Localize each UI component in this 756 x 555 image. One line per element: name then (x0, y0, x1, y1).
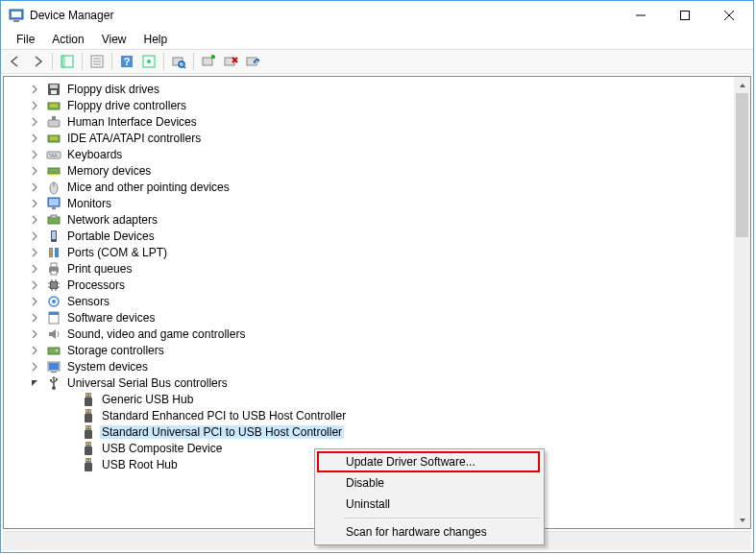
svg-rect-89 (86, 394, 87, 396)
tree-category[interactable]: Processors (4, 277, 734, 293)
svg-rect-93 (86, 410, 87, 412)
tree-category[interactable]: Floppy drive controllers (4, 97, 734, 113)
vertical-scrollbar[interactable] (734, 77, 750, 528)
expand-icon[interactable] (29, 296, 40, 307)
close-button[interactable] (707, 1, 751, 30)
spacer (63, 459, 75, 471)
svg-rect-105 (86, 459, 87, 461)
svg-rect-50 (49, 199, 59, 205)
expand-icon[interactable] (29, 116, 40, 128)
menu-view[interactable]: View (94, 31, 134, 48)
collapse-icon[interactable] (29, 377, 40, 389)
minimize-button[interactable] (619, 1, 663, 30)
properties-button[interactable] (86, 51, 108, 72)
tree-device[interactable]: Generic USB Hub (4, 391, 734, 407)
tree-category[interactable]: System devices (4, 358, 734, 374)
svg-point-59 (50, 252, 52, 253)
category-label: Sound, video and game controllers (65, 327, 247, 341)
expand-icon[interactable] (29, 263, 40, 275)
category-label: Monitors (65, 197, 113, 210)
svg-rect-55 (52, 231, 56, 239)
category-icon (46, 147, 61, 162)
scan-hardware-button[interactable] (168, 51, 189, 72)
svg-rect-8 (61, 56, 65, 67)
tree-category[interactable]: Sensors (4, 293, 734, 309)
tree-device[interactable]: Standard Universal PCI to USB Host Contr… (4, 423, 734, 440)
expand-icon[interactable] (29, 133, 40, 144)
ctx-disable[interactable]: Disable (317, 472, 542, 494)
app-icon (9, 8, 24, 23)
expand-icon[interactable] (29, 84, 40, 95)
svg-rect-95 (85, 425, 91, 430)
tree-category[interactable]: Software devices (4, 309, 734, 326)
category-icon (46, 359, 61, 374)
scroll-thumb[interactable] (736, 93, 748, 237)
help-button[interactable]: ? (116, 51, 137, 72)
tree-category[interactable]: Ports (COM & LPT) (4, 244, 734, 260)
category-icon (46, 131, 61, 146)
tree-category[interactable]: Network adapters (4, 211, 734, 228)
ctx-scan[interactable]: Scan for hardware changes (317, 521, 542, 543)
ctx-separator (344, 518, 540, 519)
category-icon (46, 163, 61, 179)
expand-icon[interactable] (29, 361, 40, 373)
maximize-button[interactable] (663, 1, 707, 30)
uninstall-button[interactable] (220, 51, 241, 72)
tree-category[interactable]: Memory devices (4, 162, 734, 179)
ctx-update-driver[interactable]: Update Driver Software... (317, 451, 542, 472)
expand-icon[interactable] (29, 312, 40, 324)
expand-icon[interactable] (29, 181, 40, 193)
tree-category[interactable]: Portable Devices (4, 228, 734, 244)
usb-device-icon (81, 408, 96, 423)
expand-icon[interactable] (29, 279, 40, 291)
expand-icon[interactable] (29, 198, 40, 209)
expand-icon[interactable] (29, 230, 40, 242)
action-button[interactable] (138, 51, 159, 72)
scroll-up-arrow[interactable] (734, 77, 750, 93)
svg-rect-27 (51, 90, 57, 94)
menu-help[interactable]: Help (136, 31, 176, 48)
expand-icon[interactable] (29, 165, 40, 177)
tree-category[interactable]: Monitors (4, 195, 734, 211)
tree-category[interactable]: Floppy disk drives (4, 81, 734, 97)
tree-category[interactable]: Storage controllers (4, 342, 734, 358)
tree-category[interactable]: Keyboards (4, 146, 734, 162)
back-button[interactable] (5, 51, 26, 72)
update-driver-button[interactable] (198, 51, 219, 72)
tree-category[interactable]: Sound, video and game controllers (4, 326, 734, 342)
svg-rect-20 (203, 58, 212, 65)
tree-category[interactable]: Print queues (4, 260, 734, 277)
expand-icon[interactable] (29, 247, 40, 258)
expand-icon[interactable] (29, 100, 40, 111)
expand-icon[interactable] (29, 149, 40, 160)
category-label: Universal Serial Bus controllers (65, 376, 230, 390)
svg-rect-2 (13, 20, 19, 22)
tree-category[interactable]: Mice and other pointing devices (4, 179, 734, 195)
category-icon (46, 375, 61, 391)
expand-icon[interactable] (29, 345, 40, 356)
category-label: Keyboards (65, 148, 124, 161)
svg-rect-88 (85, 398, 92, 406)
tree-category[interactable]: Human Interface Devices (4, 113, 734, 130)
menu-action[interactable]: Action (44, 31, 91, 48)
forward-button[interactable] (27, 51, 48, 72)
svg-rect-81 (49, 363, 59, 370)
svg-rect-46 (57, 174, 58, 176)
disable-button[interactable] (242, 51, 263, 72)
ctx-uninstall[interactable]: Uninstall (317, 494, 542, 515)
menu-file[interactable]: File (9, 31, 42, 48)
svg-rect-1 (12, 12, 21, 17)
scroll-down-arrow[interactable] (734, 512, 750, 528)
tree-category[interactable]: IDE ATA/ATAPI controllers (4, 130, 734, 146)
show-hide-button[interactable] (57, 51, 78, 72)
svg-rect-43 (51, 174, 52, 176)
svg-point-75 (52, 300, 56, 303)
expand-icon[interactable] (29, 214, 40, 226)
tree-category[interactable]: Universal Serial Bus controllers (4, 374, 734, 391)
tree-device[interactable]: Standard Enhanced PCI to USB Host Contro… (4, 407, 734, 423)
category-icon (46, 310, 61, 326)
expand-icon[interactable] (29, 328, 40, 340)
category-label: Ports (COM & LPT) (65, 246, 169, 259)
usb-device-icon (81, 424, 96, 440)
svg-point-58 (50, 249, 52, 251)
